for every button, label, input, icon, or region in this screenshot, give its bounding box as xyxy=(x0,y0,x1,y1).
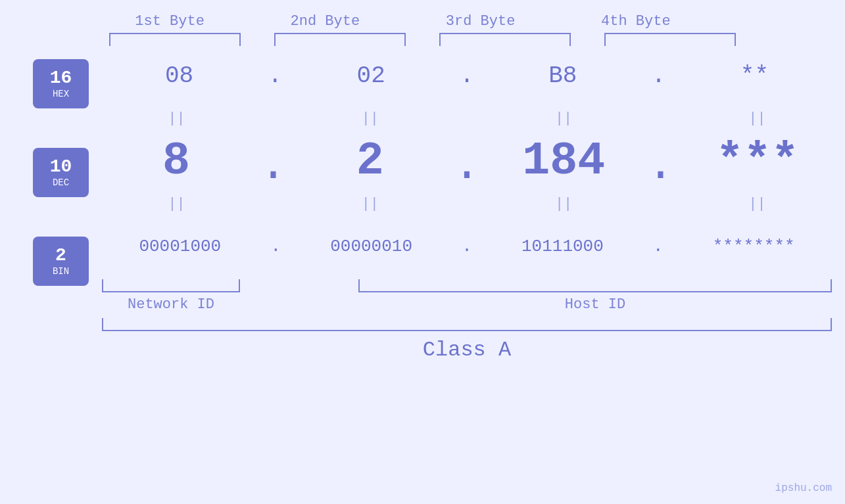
hex-b1: 08 xyxy=(114,62,245,89)
dec-label: DEC xyxy=(53,177,69,188)
eq1-b2: || xyxy=(304,110,436,127)
hex-label: HEX xyxy=(53,89,69,99)
bin-b4: ******** xyxy=(688,237,819,256)
byte-headers: 1st Byte 2nd Byte 3rd Byte 4th Byte xyxy=(0,13,845,30)
eq1-b4: || xyxy=(691,110,823,127)
hex-row: 08 . 02 . B8 . ** xyxy=(102,46,832,105)
bin-dot-2: . xyxy=(462,237,472,256)
hex-dot-3: . xyxy=(652,62,666,89)
dec-dot-3: . xyxy=(646,148,674,185)
dec-row: 8 . 2 . 184 . *** xyxy=(102,131,832,191)
top-brackets xyxy=(0,33,845,46)
eq1-b3: || xyxy=(498,110,629,127)
eq2-b4: || xyxy=(691,196,823,212)
hex-badge: 16 HEX xyxy=(33,59,89,108)
dec-b1: 8 xyxy=(110,135,242,187)
dec-b4: *** xyxy=(692,135,823,187)
bracket-top-4 xyxy=(604,33,736,46)
hex-dot-2: . xyxy=(460,62,474,89)
bin-b3: 10111000 xyxy=(496,237,628,256)
hex-b3: B8 xyxy=(497,62,629,89)
hex-number: 16 xyxy=(50,69,72,87)
dec-badge: 10 DEC xyxy=(33,148,89,197)
bracket-top-2 xyxy=(274,33,406,46)
hex-dot-1: . xyxy=(268,62,283,89)
main-container: 1st Byte 2nd Byte 3rd Byte 4th Byte 16 H… xyxy=(0,0,845,504)
bin-number: 2 xyxy=(55,246,66,265)
eq2-b1: || xyxy=(111,196,243,212)
network-id-label: Network ID xyxy=(102,296,240,313)
content-area: 16 HEX 10 DEC 2 BIN 08 . 02 . B8 . ** xyxy=(0,46,845,362)
bin-row: 00001000 . 00000010 . 10111000 . *******… xyxy=(102,217,832,276)
dec-b3: 184 xyxy=(498,135,629,187)
left-labels: 16 HEX 10 DEC 2 BIN xyxy=(33,59,89,286)
hex-b2: 02 xyxy=(305,62,437,89)
eq1-b1: || xyxy=(111,110,243,127)
grid-area: 08 . 02 . B8 . ** || || || || 8 . xyxy=(102,46,832,362)
dec-number: 10 xyxy=(50,158,72,176)
bin-dot-1: . xyxy=(270,237,281,256)
class-label-container: Class A xyxy=(102,338,832,362)
dec-b2: 2 xyxy=(304,135,436,187)
bin-label: BIN xyxy=(53,266,69,277)
byte4-header: 4th Byte xyxy=(570,13,702,30)
bin-dot-3: . xyxy=(653,237,664,256)
eq2-b2: || xyxy=(304,196,436,212)
class-bracket xyxy=(102,318,832,331)
bracket-top-3 xyxy=(439,33,571,46)
dec-dot-2: . xyxy=(453,148,481,185)
bin-badge: 2 BIN xyxy=(33,237,89,286)
network-bracket xyxy=(102,279,240,292)
bottom-brackets xyxy=(102,279,832,292)
host-bracket xyxy=(358,279,832,292)
watermark: ipshu.com xyxy=(775,482,832,494)
dec-dot-1: . xyxy=(259,148,287,185)
byte3-header: 3rd Byte xyxy=(415,13,546,30)
hex-b4: ** xyxy=(688,62,820,89)
host-id-label: Host ID xyxy=(358,296,832,313)
equals-row-1: || || || || xyxy=(102,105,832,131)
class-label: Class A xyxy=(423,338,511,362)
bracket-top-1 xyxy=(109,33,241,46)
byte2-header: 2nd Byte xyxy=(259,13,391,30)
bin-b1: 00001000 xyxy=(114,237,246,256)
byte1-header: 1st Byte xyxy=(104,13,235,30)
eq2-b3: || xyxy=(498,196,629,212)
network-host-labels: Network ID Host ID xyxy=(102,296,832,313)
bin-b2: 00000010 xyxy=(306,237,437,256)
equals-row-2: || || || || xyxy=(102,191,832,217)
